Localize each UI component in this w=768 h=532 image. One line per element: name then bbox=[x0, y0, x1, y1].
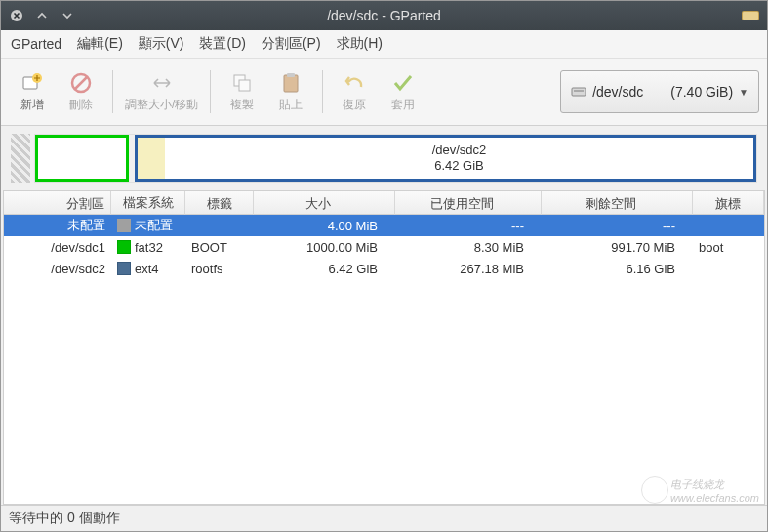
chevron-up-icon[interactable] bbox=[34, 8, 50, 23]
table-row[interactable]: /dev/sdc1fat32BOOT1000.00 MiB8.30 MiB991… bbox=[4, 236, 764, 258]
resize-button: 調整大小/移動 bbox=[121, 65, 202, 118]
svg-rect-2 bbox=[743, 12, 758, 20]
cell-size: 6.42 GiB bbox=[254, 260, 395, 278]
delete-button: 刪除 bbox=[58, 65, 104, 118]
new-button[interactable]: 新增 bbox=[9, 65, 56, 118]
cell-flags bbox=[693, 266, 764, 270]
table-header: 分割區 檔案系統 標籤 大小 已使用空間 剩餘空間 旗標 bbox=[4, 191, 764, 215]
segment-size: 6.42 GiB bbox=[434, 158, 484, 174]
col-free[interactable]: 剩餘空間 bbox=[542, 191, 693, 215]
paste-icon bbox=[279, 71, 303, 95]
menu-device[interactable]: 裝置(D) bbox=[199, 35, 245, 53]
toolbar-separator bbox=[210, 70, 211, 113]
cell-size: 1000.00 MiB bbox=[254, 238, 395, 257]
cell-partition: /dev/sdc2 bbox=[4, 260, 111, 278]
toolbar-separator bbox=[322, 70, 323, 113]
cell-filesystem: ext4 bbox=[111, 260, 185, 278]
cell-used: --- bbox=[395, 217, 542, 235]
status-text: 等待中的 0 個動作 bbox=[9, 510, 120, 527]
undo-label: 復原 bbox=[343, 97, 366, 113]
window-title: /dev/sdc - GParted bbox=[1, 8, 767, 23]
segment-name: /dev/sdc2 bbox=[432, 143, 487, 158]
fs-swatch-icon bbox=[117, 240, 131, 254]
col-partition[interactable]: 分割區 bbox=[4, 191, 111, 215]
disk-map: /dev/sdc2 6.42 GiB bbox=[1, 126, 767, 190]
delete-label: 刪除 bbox=[69, 97, 93, 113]
menu-partition[interactable]: 分割區(P) bbox=[262, 35, 321, 53]
undo-button: 復原 bbox=[331, 65, 378, 118]
device-size: (7.40 GiB) bbox=[670, 84, 733, 100]
cell-free: 991.70 MiB bbox=[542, 238, 693, 257]
cell-used: 267.18 MiB bbox=[395, 260, 542, 278]
delete-icon bbox=[69, 71, 93, 95]
dropdown-chevron-icon: ▼ bbox=[739, 87, 748, 98]
menu-gparted[interactable]: GParted bbox=[11, 36, 61, 52]
copy-label: 複製 bbox=[230, 97, 254, 113]
svg-rect-8 bbox=[239, 80, 250, 91]
cell-flags bbox=[693, 224, 764, 227]
partition-table: 分割區 檔案系統 標籤 大小 已使用空間 剩餘空間 旗標 未配置未配置4.00 … bbox=[3, 190, 765, 505]
svg-rect-9 bbox=[284, 75, 298, 92]
disk-segment-sdc2[interactable]: /dev/sdc2 6.42 GiB bbox=[135, 135, 756, 182]
col-filesystem[interactable]: 檔案系統 bbox=[111, 191, 185, 215]
col-size[interactable]: 大小 bbox=[254, 191, 395, 215]
table-row[interactable]: /dev/sdc2ext4rootfs6.42 GiB267.18 MiB6.1… bbox=[4, 258, 764, 279]
cell-label: rootfs bbox=[185, 260, 254, 278]
toolbar: 新增 刪除 調整大小/移動 複製 貼上 bbox=[1, 59, 767, 126]
unallocated-stripe bbox=[11, 134, 30, 183]
table-body: 未配置未配置4.00 MiB------/dev/sdc1fat32BOOT10… bbox=[4, 215, 764, 504]
fs-swatch-icon bbox=[117, 219, 131, 232]
cell-flags: boot bbox=[693, 238, 764, 257]
menu-help[interactable]: 求助(H) bbox=[337, 35, 383, 53]
disk-segment-used bbox=[138, 138, 165, 179]
svg-rect-12 bbox=[574, 90, 584, 92]
cell-partition: 未配置 bbox=[4, 215, 111, 236]
cell-filesystem: fat32 bbox=[111, 238, 185, 257]
col-used[interactable]: 已使用空間 bbox=[395, 191, 542, 215]
cell-free: --- bbox=[542, 217, 693, 235]
window-menu-icon[interactable] bbox=[742, 8, 759, 21]
disk-icon bbox=[571, 85, 586, 99]
new-icon bbox=[20, 71, 44, 95]
svg-line-6 bbox=[75, 77, 87, 89]
copy-button: 複製 bbox=[219, 65, 265, 118]
close-icon[interactable] bbox=[9, 8, 24, 23]
new-label: 新增 bbox=[20, 97, 44, 113]
device-selector[interactable]: /dev/sdc (7.40 GiB) ▼ bbox=[560, 70, 759, 113]
apply-icon bbox=[391, 71, 415, 95]
col-label[interactable]: 標籤 bbox=[185, 191, 254, 215]
resize-icon bbox=[150, 71, 174, 95]
chevron-down-icon[interactable] bbox=[60, 8, 75, 23]
menu-view[interactable]: 顯示(V) bbox=[139, 35, 184, 53]
copy-icon bbox=[230, 71, 254, 95]
cell-used: 8.30 MiB bbox=[395, 238, 542, 257]
apply-button: 套用 bbox=[380, 65, 426, 118]
device-path: /dev/sdc bbox=[592, 84, 643, 100]
svg-rect-10 bbox=[287, 73, 295, 77]
toolbar-separator bbox=[112, 70, 113, 113]
undo-icon bbox=[343, 71, 366, 95]
paste-label: 貼上 bbox=[279, 97, 303, 113]
cell-label: BOOT bbox=[185, 238, 254, 257]
disk-segment-sdc1[interactable] bbox=[35, 135, 129, 182]
menu-edit[interactable]: 編輯(E) bbox=[77, 35, 123, 53]
table-row[interactable]: 未配置未配置4.00 MiB------ bbox=[4, 215, 764, 236]
titlebar: /dev/sdc - GParted bbox=[1, 1, 767, 30]
resize-label: 調整大小/移動 bbox=[125, 97, 198, 113]
cell-filesystem: 未配置 bbox=[111, 215, 185, 236]
col-flags[interactable]: 旗標 bbox=[693, 191, 764, 215]
fs-swatch-icon bbox=[117, 262, 131, 275]
cell-free: 6.16 GiB bbox=[542, 260, 693, 278]
status-bar: 等待中的 0 個動作 bbox=[1, 505, 767, 531]
cell-partition: /dev/sdc1 bbox=[4, 238, 111, 257]
paste-button: 貼上 bbox=[267, 65, 314, 118]
cell-size: 4.00 MiB bbox=[254, 217, 395, 235]
apply-label: 套用 bbox=[391, 97, 415, 113]
app-window: /dev/sdc - GParted GParted 編輯(E) 顯示(V) 裝… bbox=[0, 0, 768, 532]
menubar: GParted 編輯(E) 顯示(V) 裝置(D) 分割區(P) 求助(H) bbox=[1, 30, 767, 59]
cell-label bbox=[185, 224, 254, 227]
